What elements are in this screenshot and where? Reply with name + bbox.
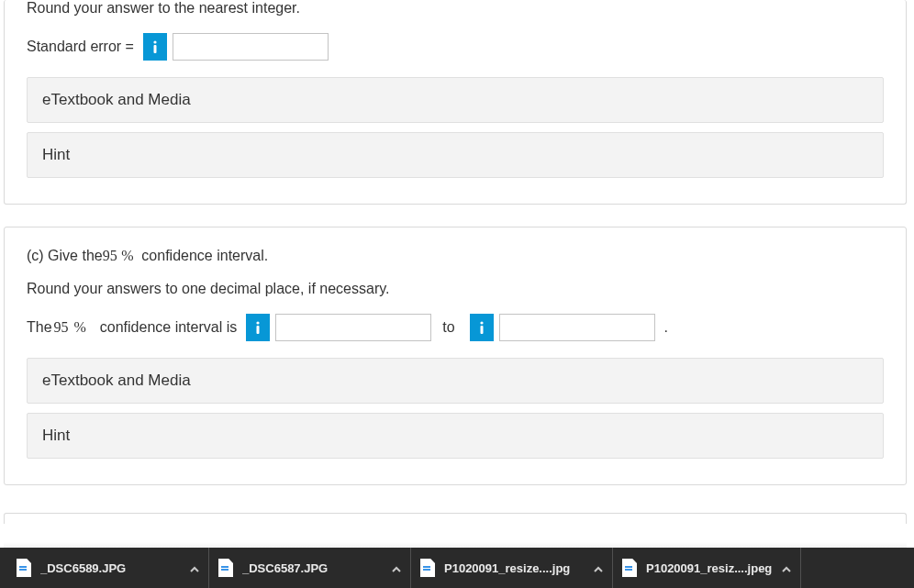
ci-prefix: The [27,319,52,336]
download-item[interactable]: P1020091_resize....jpg [411,548,613,588]
download-item[interactable]: _DSC6589.JPG [7,548,209,588]
hint-panel[interactable]: Hint [27,413,884,459]
download-item[interactable]: _DSC6587.JPG [209,548,411,588]
instruction-text: Round your answer to the nearest integer… [27,0,300,17]
chevron-up-icon[interactable] [392,563,401,572]
etextbook-label: eTextbook and Media [42,372,191,389]
chevron-up-icon[interactable] [782,563,791,572]
file-icon [622,559,637,577]
download-filename: _DSC6589.JPG [40,561,181,575]
rounding-instruction-c: Round your answers to one decimal place,… [27,281,884,297]
svg-rect-1 [153,45,156,53]
file-icon [17,559,31,577]
info-icon[interactable] [246,314,270,341]
ci-mid: confidence interval is [92,319,237,336]
etextbook-panel[interactable]: eTextbook and Media [27,358,884,404]
next-card-sliver [4,513,907,524]
pct-symbol: % [121,248,133,264]
confidence-interval-row: The 95 % confidence interval is to . [27,314,884,341]
etextbook-panel[interactable]: eTextbook and Media [27,77,884,123]
hint-label: Hint [42,427,70,444]
file-icon [218,559,233,577]
question-card-c: (c) Give the 95 % confidence interval. R… [4,227,907,485]
etextbook-label: eTextbook and Media [42,91,191,108]
svg-rect-3 [257,326,260,334]
standard-error-input[interactable] [173,33,329,61]
standard-error-row: Standard error = [27,33,884,61]
ci-low-input[interactable] [275,314,431,341]
pct-number: 95 [103,248,117,264]
part-c-prompt: (c) Give the 95 % confidence interval. [27,248,884,264]
download-filename: P1020091_resiz....jpeg [646,561,773,575]
standard-error-label: Standard error = [27,39,134,55]
info-icon[interactable] [143,33,167,61]
download-filename: P1020091_resize....jpg [444,561,585,575]
chevron-up-icon[interactable] [594,563,603,572]
question-card-b-partial: Round your answer to the nearest integer… [4,0,907,205]
to-label: to [442,319,454,336]
hint-label: Hint [42,146,70,163]
hint-panel[interactable]: Hint [27,132,884,178]
period: . [664,319,668,336]
downloads-bar: _DSC6589.JPG _DSC6587.JPG P1020091_resiz… [0,548,914,588]
info-icon[interactable] [470,314,494,341]
ci-pct-symbol: % [74,319,86,336]
svg-point-2 [257,321,260,324]
ci-high-input[interactable] [499,314,655,341]
part-prefix: (c) Give the [27,248,103,264]
file-icon [420,559,435,577]
svg-point-0 [153,40,156,43]
instruction-text-c: Round your answers to one decimal place,… [27,281,389,297]
svg-point-4 [480,321,483,324]
download-item[interactable]: P1020091_resiz....jpeg [613,548,801,588]
svg-rect-5 [480,326,483,334]
download-filename: _DSC6587.JPG [242,561,383,575]
rounding-instruction: Round your answer to the nearest integer… [27,0,884,17]
chevron-up-icon[interactable] [190,563,199,572]
part-suffix: confidence interval. [133,248,268,264]
ci-pct-number: 95 [54,319,69,336]
